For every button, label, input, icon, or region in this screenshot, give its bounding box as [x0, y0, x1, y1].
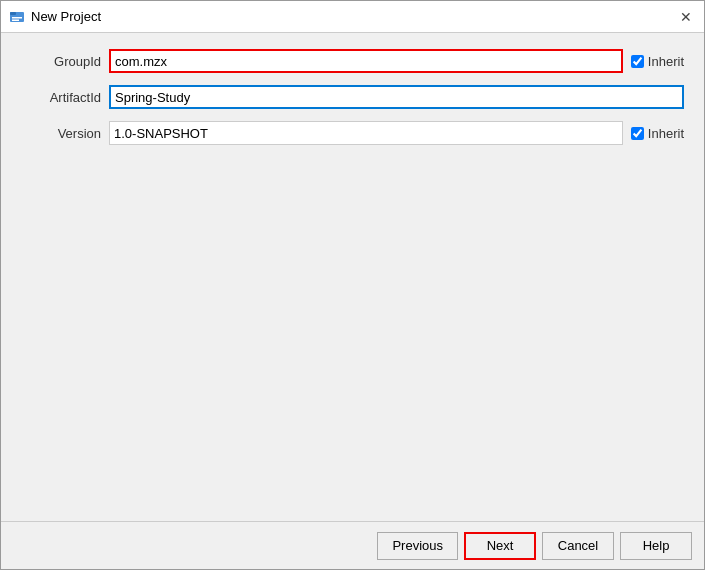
dialog-footer: Previous Next Cancel Help	[1, 521, 704, 569]
groupid-input[interactable]	[109, 49, 623, 73]
new-project-dialog: New Project ✕ GroupId Inherit ArtifactId…	[0, 0, 705, 570]
groupid-inherit-label: Inherit	[648, 54, 684, 69]
artifactid-row: ArtifactId	[21, 85, 684, 109]
version-inherit-checkbox[interactable]	[631, 127, 644, 140]
groupid-inherit-checkbox[interactable]	[631, 55, 644, 68]
cancel-button[interactable]: Cancel	[542, 532, 614, 560]
groupid-inherit-container: Inherit	[631, 54, 684, 69]
close-button[interactable]: ✕	[676, 7, 696, 27]
form-content: GroupId Inherit ArtifactId Version Inher…	[1, 33, 704, 521]
artifactid-label: ArtifactId	[21, 90, 101, 105]
svg-rect-2	[12, 17, 22, 19]
svg-rect-1	[10, 12, 16, 15]
version-row: Version Inherit	[21, 121, 684, 145]
groupid-row: GroupId Inherit	[21, 49, 684, 73]
version-label: Version	[21, 126, 101, 141]
previous-button[interactable]: Previous	[377, 532, 458, 560]
dialog-title: New Project	[31, 9, 676, 24]
groupid-label: GroupId	[21, 54, 101, 69]
next-button[interactable]: Next	[464, 532, 536, 560]
version-input[interactable]	[109, 121, 623, 145]
help-button[interactable]: Help	[620, 532, 692, 560]
artifactid-input[interactable]	[109, 85, 684, 109]
dialog-icon	[9, 9, 25, 25]
svg-rect-3	[12, 19, 19, 21]
version-inherit-label: Inherit	[648, 126, 684, 141]
title-bar: New Project ✕	[1, 1, 704, 33]
version-inherit-container: Inherit	[631, 126, 684, 141]
